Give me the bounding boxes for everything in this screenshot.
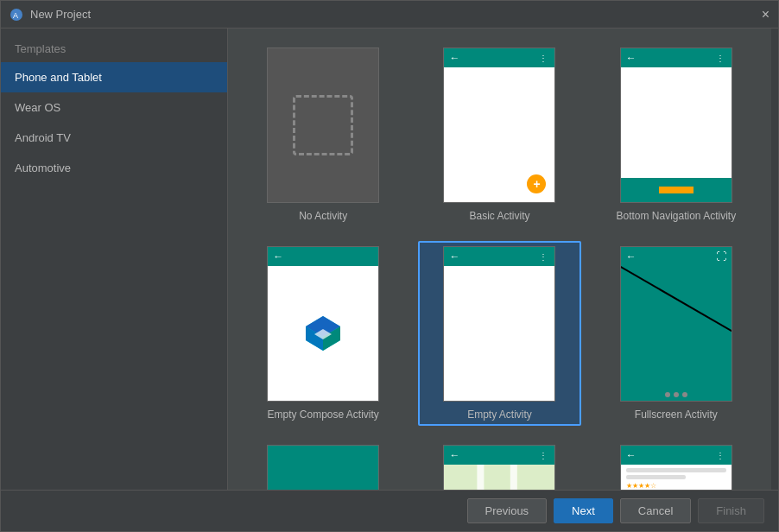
list-text-1: ★★★★☆ <box>626 468 726 490</box>
template-card-empty-compose[interactable]: ← <box>242 241 404 426</box>
template-card-bottom-navigation[interactable]: ← ⋮ Bottom Navigation Activity <box>595 42 757 227</box>
template-card-google-maps[interactable]: ← ⋮ <box>418 440 580 490</box>
scrollbar[interactable] <box>771 28 778 490</box>
list-topbar: ← ⋮ <box>621 446 732 465</box>
close-button[interactable]: × <box>762 8 770 22</box>
content-area: Templates Phone and Tablet Wear OS Andro… <box>1 28 778 490</box>
sidebar-item-label: Wear OS <box>15 101 60 114</box>
window-title: New Project <box>30 8 762 21</box>
svg-rect-7 <box>444 465 554 490</box>
bottom-nav-yellow <box>659 187 694 193</box>
template-card-empty-activity[interactable]: ← ⋮ Empty Activity <box>418 241 580 426</box>
empty-activity-body <box>444 266 554 401</box>
nav-dots <box>665 392 687 397</box>
bottom-nav-body <box>621 67 732 178</box>
empty-activity-visual: ← ⋮ <box>444 247 554 401</box>
template-card-fullscreen-activity[interactable]: ← ⛶ Fullscreen Activity <box>595 241 757 426</box>
sidebar-item-android-tv[interactable]: Android TV <box>1 123 227 153</box>
sidebar: Templates Phone and Tablet Wear OS Andro… <box>1 28 228 490</box>
fullscreen-visual: ← ⛶ <box>621 247 732 401</box>
previous-button[interactable]: Previous <box>467 498 548 523</box>
list-stars-1: ★★★★☆ <box>626 482 726 490</box>
template-card-interstitial-ad[interactable]: Interstitial Ad Interstitial Ad <box>242 440 404 490</box>
dashed-box-icon <box>293 95 353 155</box>
no-activity-visual <box>268 48 378 202</box>
svg-rect-10 <box>478 465 484 490</box>
finish-button[interactable]: Finish <box>698 498 764 523</box>
template-name-empty-activity: Empty Activity <box>467 408 532 421</box>
sidebar-item-label: Automotive <box>15 162 71 174</box>
template-name-no-activity: No Activity <box>299 210 347 222</box>
title-bar: A New Project × <box>1 1 778 28</box>
template-preview-no-activity <box>267 48 379 203</box>
template-name-fullscreen-activity: Fullscreen Activity <box>635 408 718 421</box>
template-name-bottom-navigation: Bottom Navigation Activity <box>616 210 736 222</box>
basic-body: + <box>444 67 554 202</box>
bottom-nav-bar <box>621 178 732 202</box>
svg-rect-11 <box>510 465 517 490</box>
back-arrow-icon: ← <box>449 449 459 461</box>
cancel-button[interactable]: Cancel <box>620 498 691 523</box>
list-visual: ← ⋮ ★★★★☆ <box>621 446 732 490</box>
map-roads-svg <box>444 465 554 490</box>
back-arrow-icon: ← <box>626 250 636 263</box>
expand-icon: ⛶ <box>716 250 726 263</box>
dot-3 <box>682 392 687 397</box>
bottom-nav-visual: ← ⋮ <box>621 48 732 202</box>
back-arrow-icon: ← <box>626 449 636 461</box>
sidebar-section-label: Templates <box>1 28 227 62</box>
sidebar-item-label: Android TV <box>15 131 71 144</box>
template-name-empty-compose: Empty Compose Activity <box>267 408 378 421</box>
menu-dots-icon: ⋮ <box>539 252 549 262</box>
sidebar-item-wear-os[interactable]: Wear OS <box>1 92 227 123</box>
svg-text:A: A <box>13 11 18 20</box>
template-preview-interstitial-ad: Interstitial Ad <box>267 445 379 490</box>
list-item-1: ★★★★☆ <box>621 465 732 490</box>
template-card-no-activity[interactable]: No Activity <box>242 42 404 227</box>
back-arrow-icon: ← <box>449 52 459 64</box>
compose-body <box>268 266 378 401</box>
template-preview-bottom-navigation: ← ⋮ <box>620 48 732 203</box>
template-preview-empty-compose: ← <box>267 246 379 402</box>
template-preview-basic-activity: ← ⋮ + <box>443 48 555 203</box>
empty-activity-topbar: ← ⋮ <box>444 247 554 266</box>
template-grid: No Activity ← ⋮ + <box>228 28 771 490</box>
sidebar-item-phone-and-tablet[interactable]: Phone and Tablet <box>1 62 227 92</box>
map-topbar: ← ⋮ <box>444 446 554 465</box>
next-button[interactable]: Next <box>554 498 613 523</box>
compose-cube-icon <box>301 312 345 355</box>
android-studio-icon: A <box>10 8 23 22</box>
fab-icon: + <box>527 174 546 193</box>
template-preview-empty-activity: ← ⋮ <box>443 246 555 402</box>
compose-topbar: ← <box>268 247 378 266</box>
interstitial-visual: Interstitial Ad <box>268 446 378 490</box>
map-visual: ← ⋮ <box>444 446 554 490</box>
fullscreen-topbar: ← ⛶ <box>621 247 732 266</box>
back-arrow-icon: ← <box>449 250 459 263</box>
dot-2 <box>674 392 679 397</box>
template-card-master-detail[interactable]: ← ⋮ ★★★★☆ <box>595 440 757 490</box>
list-line-short-1 <box>626 475 687 479</box>
template-preview-google-maps: ← ⋮ <box>443 445 555 490</box>
template-name-basic-activity: Basic Activity <box>469 210 529 222</box>
back-arrow-icon: ← <box>626 52 636 64</box>
list-line-full-1 <box>626 468 726 472</box>
template-preview-fullscreen-activity: ← ⛶ <box>620 246 732 402</box>
sidebar-item-label: Phone and Tablet <box>15 71 102 84</box>
menu-dots-icon: ⋮ <box>539 54 549 63</box>
map-body: 📍 <box>444 465 554 490</box>
basic-activity-visual: ← ⋮ + <box>444 48 554 202</box>
basic-topbar: ← ⋮ <box>444 48 554 67</box>
diagonal-decoration <box>621 266 732 385</box>
menu-dots-icon: ⋮ <box>539 451 549 460</box>
footer: Previous Next Cancel Finish <box>1 490 778 531</box>
sidebar-item-automotive[interactable]: Automotive <box>1 153 227 183</box>
bottom-nav-topbar: ← ⋮ <box>621 48 732 67</box>
template-card-basic-activity[interactable]: ← ⋮ + Basic Activity <box>418 42 580 227</box>
back-arrow-icon: ← <box>273 250 283 263</box>
menu-dots-icon: ⋮ <box>716 54 726 63</box>
template-preview-master-detail: ← ⋮ ★★★★☆ <box>620 445 732 490</box>
new-project-window: A New Project × Templates Phone and Tabl… <box>0 0 779 532</box>
dot-1 <box>665 392 670 397</box>
menu-dots-icon: ⋮ <box>716 451 726 460</box>
